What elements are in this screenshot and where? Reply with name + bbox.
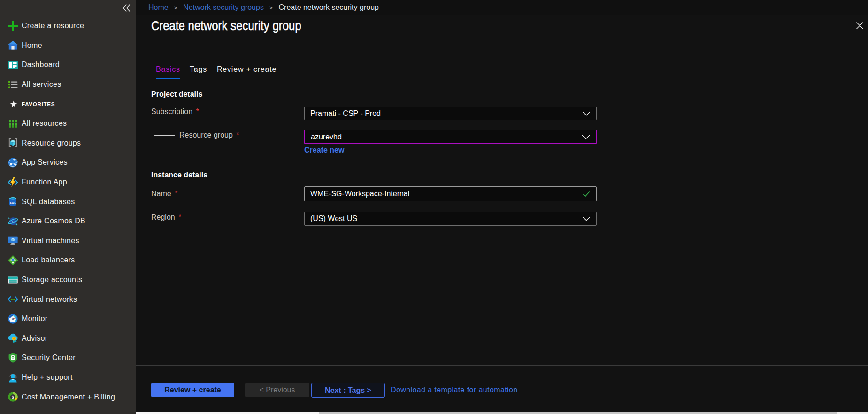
svg-text:$: $ [12,395,14,399]
svg-text:SQL: SQL [10,201,16,204]
